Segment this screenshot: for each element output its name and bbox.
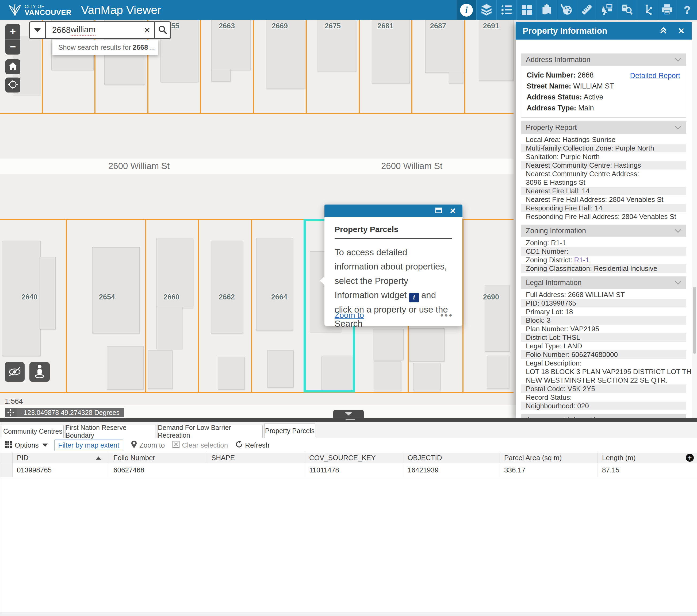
lot-label: 2664 [266, 293, 292, 301]
tool-legend-button[interactable] [496, 0, 517, 20]
column-header-pid[interactable]: PID [13, 453, 109, 463]
clear-selection-button[interactable]: Clear selection [172, 441, 228, 450]
zoning-district-link[interactable]: R1-1 [574, 256, 589, 264]
chevron-down-icon [674, 227, 682, 235]
search-submit-button[interactable] [155, 22, 170, 38]
zoom-to-button[interactable]: Zoom to [131, 440, 165, 450]
column-label: PID [17, 454, 28, 462]
lot-label: 2640 [17, 293, 42, 301]
refresh-button[interactable]: Refresh [235, 441, 269, 450]
tool-query-button[interactable] [617, 0, 637, 20]
cell-parcel-area: 336.17 [500, 463, 598, 477]
cell-length: 87.15 [598, 463, 697, 477]
search-clear-button[interactable]: ✕ [140, 22, 154, 38]
column-header-parcel-area[interactable]: Parcel Area (sq m) [500, 453, 598, 463]
crosshair-icon[interactable] [5, 408, 17, 417]
search-source-dropdown[interactable] [30, 22, 46, 38]
section-assessment-information[interactable]: Assessment Information [521, 414, 686, 418]
section-title: Legal Information [526, 279, 582, 287]
parcel-line [0, 113, 514, 114]
table-row[interactable]: 013998765 60627468 11011478 16421939 336… [0, 463, 697, 477]
column-header-length[interactable]: Length (m) [598, 453, 697, 463]
legal-row: LOT 18 BLOCK 3 PLAN VAP2195 DISTRICT LOT… [521, 367, 686, 376]
tab-community-centres[interactable]: Community Centres [2, 425, 64, 438]
locate-button[interactable] [5, 77, 20, 92]
building-footprint [218, 357, 245, 390]
map-scale: 1:564 [5, 397, 23, 406]
locate-icon [8, 79, 18, 91]
zoning-content: Zoning: R1-1 CD1 Number: Zoning District… [521, 239, 686, 273]
panel-close-icon[interactable]: ✕ [678, 26, 685, 35]
report-row: 3096 E Hastings St [521, 178, 686, 186]
more-options-icon[interactable]: ••• [440, 311, 453, 320]
tool-measure-button[interactable] [577, 0, 597, 20]
popup-zoom-to-link[interactable]: Zoom to [335, 311, 364, 320]
tool-basemap-button[interactable] [517, 0, 536, 20]
home-button[interactable] [5, 59, 20, 74]
compass-reset-button[interactable] [5, 362, 25, 382]
cell-folio-number: 60627468 [109, 463, 207, 477]
address-row: Address Status: Active [527, 92, 681, 103]
section-zoning-information[interactable]: Zoning Information [521, 225, 686, 237]
column-header-shape[interactable]: SHAPE [207, 453, 305, 463]
app-title: VanMap Viewer [81, 3, 161, 17]
refresh-label: Refresh [245, 441, 269, 449]
maximize-icon[interactable] [435, 208, 442, 214]
add-column-icon[interactable]: + [686, 454, 694, 462]
popup-titlebar: ✕ [324, 205, 462, 217]
tool-draw-button[interactable] [557, 0, 577, 20]
info-widget-inline-icon: i [409, 293, 419, 302]
scrollbar-thumb[interactable] [693, 287, 696, 354]
panel-header: Property Information ✕ [516, 22, 692, 40]
compass-icon [7, 365, 22, 379]
filter-by-map-extent-toggle[interactable]: Filter by map extent [54, 439, 123, 451]
field-value: Main [576, 104, 594, 112]
section-title: Assessment Information [526, 416, 603, 418]
attribute-table-panel: Community Centres First Nation Reserve B… [0, 422, 697, 616]
tool-select-button[interactable] [597, 0, 617, 20]
grid-icon [4, 441, 12, 450]
search-input[interactable]: 2668 william [46, 22, 140, 38]
tab-property-parcels[interactable]: Property Parcels [264, 423, 315, 438]
home-icon [8, 62, 18, 72]
section-property-report[interactable]: Property Report [521, 121, 686, 134]
tool-share-button[interactable] [637, 0, 657, 20]
panel-scrollbar[interactable] [692, 22, 697, 418]
tool-add-data-button[interactable] [536, 0, 557, 20]
popup-close-icon[interactable]: ✕ [449, 207, 456, 215]
chevron-down-icon [34, 28, 41, 32]
streetview-pegman-button[interactable] [29, 362, 50, 382]
print-icon [661, 3, 673, 17]
zoning-row: Zoning Classification: Residential Inclu… [521, 264, 686, 273]
report-row: Responding Fire Hall Address: 2804 Venab… [521, 212, 686, 221]
draw-palette-icon [561, 3, 573, 17]
search-suggestion[interactable]: Show search results for 2668 ... [53, 40, 158, 55]
tab-demand-for-low-barrier-recreation[interactable]: Demand For Low Barrier Recreation [158, 425, 263, 438]
tool-info-button[interactable]: i [456, 0, 476, 20]
cell-objectid: 16421939 [403, 463, 500, 477]
panel-collapse-handle[interactable] [333, 410, 364, 418]
lot-label: 2681 [373, 22, 398, 30]
tool-print-button[interactable] [657, 0, 677, 20]
options-button[interactable]: Options [4, 441, 48, 450]
parcel-line [253, 20, 254, 113]
collapse-icon[interactable] [659, 27, 667, 35]
detailed-report-link[interactable]: Detailed Report [630, 70, 680, 81]
zoom-in-button[interactable]: + [5, 24, 20, 40]
share-icon [641, 3, 653, 17]
column-header-cov-source-key[interactable]: COV_SOURCE_KEY [305, 453, 403, 463]
lot-label: 2675 [320, 22, 345, 30]
tool-help-button[interactable]: ? [677, 0, 697, 20]
section-legal-information[interactable]: Legal Information [521, 276, 686, 289]
tab-first-nation-reserve-boundary[interactable]: First Nation Reserve Boundary [65, 425, 155, 438]
tool-layers-button[interactable] [476, 0, 496, 20]
column-header-folio-number[interactable]: Folio Number [109, 453, 207, 463]
column-header-objectid[interactable]: OBJECTID [403, 453, 500, 463]
attribute-tabs: Community Centres First Nation Reserve B… [0, 422, 697, 438]
splitter-grip [345, 419, 355, 420]
zoom-out-button[interactable]: − [5, 40, 20, 55]
column-label: Folio Number [114, 454, 155, 462]
row-handle-cell[interactable] [0, 463, 13, 477]
property-information-panel: Property Information ✕ Address Informati… [516, 22, 692, 418]
section-address-information[interactable]: Address Information [521, 54, 686, 66]
